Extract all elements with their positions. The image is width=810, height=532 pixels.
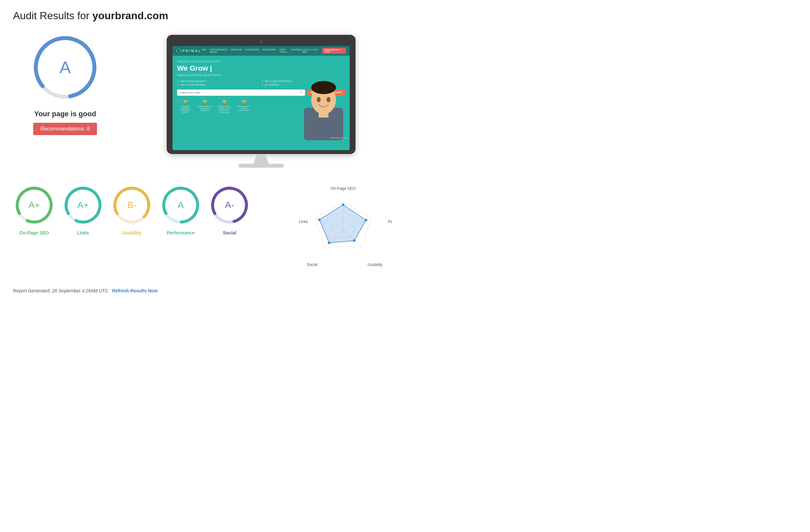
monitor-stand-base (238, 164, 284, 168)
feature-1: ✓150+ DIGITAL EXPERTS (177, 80, 261, 83)
recommendations-button[interactable]: Recommendations: 8 (33, 123, 97, 135)
feature-3: ✓300+ 5 STAR REVIEWS (177, 83, 261, 86)
person-svg (297, 69, 350, 140)
radar-point-performance (364, 219, 367, 221)
nav-link-creative: CREATIVE (230, 49, 242, 53)
grade-letter-social: A- (225, 200, 234, 210)
radar-label-social: Social (307, 262, 318, 267)
nav-link-seo: SEO (201, 49, 206, 53)
nav-link-industries: INDUSTRIES (262, 49, 276, 53)
radar-chart: On-Page SEO Performance Usability Social… (294, 184, 392, 275)
monitor-screen: PRIMAL SEO PERFORMANCE MEDIA CREATIVE SU… (173, 46, 350, 150)
grade-circle-performance: A (160, 184, 202, 226)
primal-person: Mark McDowell - CEO (297, 69, 350, 140)
award-1: 🏆 WINNER GROWING BUSINESSES ONLINE (177, 100, 193, 113)
category-links: A+ Links (62, 184, 104, 236)
categories-section: A+ On-Page SEO A+ Links B- (13, 184, 288, 236)
primal-call: Call Us: 02 030 8000 (302, 49, 320, 53)
primal-logo-text: PRIMAL (182, 49, 201, 53)
grade-letter-links: A+ (77, 200, 88, 210)
primal-hero: THAILAND'S #1 RATED DIGITAL AGENCY We Gr… (173, 56, 350, 140)
monitor-section: PRIMAL SEO PERFORMANCE MEDIA CREATIVE SU… (130, 32, 392, 168)
monitor-stand-neck (251, 154, 271, 164)
primal-cta[interactable]: FREE STRATEGY AUDIT (322, 48, 346, 54)
person-name: Mark McDowell - CEO (330, 137, 348, 139)
primal-nav: PRIMAL SEO PERFORMANCE MEDIA CREATIVE SU… (173, 46, 350, 56)
radar-data-polygon (319, 205, 366, 243)
grade-letter-on-page-seo: A+ (28, 200, 40, 210)
svg-point-7 (326, 97, 330, 102)
primal-logo-icon (176, 49, 181, 53)
radar-point-links (318, 219, 321, 221)
nav-link-tools: FREE TOOLS (279, 49, 288, 53)
primal-input[interactable]: I need more sales ▼ (177, 90, 305, 96)
nav-right: Call Us: 02 030 8000 FREE STRATEGY AUDIT (302, 48, 346, 54)
grade-circle-usability: B- (111, 184, 153, 226)
title-prefix: Audit Results for (13, 10, 93, 21)
primal-nav-links: SEO PERFORMANCE MEDIA CREATIVE SUCCESSES… (201, 49, 302, 53)
primal-input-text: I need more sales (180, 91, 200, 94)
svg-rect-5 (319, 111, 328, 117)
overall-grade-letter: A (60, 58, 71, 77)
nav-link-successes: SUCCESSES (245, 49, 259, 53)
grade-letter-usability: B- (127, 200, 136, 210)
radar-point-usability (353, 239, 356, 242)
grade-circle-links: A+ (62, 184, 104, 226)
svg-point-6 (317, 97, 321, 102)
svg-point-4 (311, 81, 336, 94)
monitor-outer: PRIMAL SEO PERFORMANCE MEDIA CREATIVE SU… (167, 35, 356, 154)
award-2: 🏆 WINNER BEST E-COMMERCE CAMPAIGN (197, 100, 213, 113)
report-generated-text: Report Generated: 28 September 4:26AM UT… (13, 288, 109, 293)
footer: Report Generated: 28 September 4:26AM UT… (13, 288, 392, 293)
category-social: A- Social (208, 184, 251, 236)
monitor-camera (260, 41, 262, 43)
monitor-wrapper: PRIMAL SEO PERFORMANCE MEDIA CREATIVE SU… (167, 35, 356, 168)
radar-label-usability: Usability (368, 262, 382, 267)
category-usability: B- Usability (111, 184, 153, 236)
grade-circle-social: A- (208, 184, 251, 226)
nav-link-company: COMPANY (291, 49, 302, 53)
award-4: 🏆 WINNER BEST DIGITAL MARKETING (236, 100, 252, 113)
grade-circle-on-page-seo: A+ (13, 184, 55, 226)
award-3: 🏆 WINNER BEST OVERALL SEO INITIATIVE ENT… (216, 100, 232, 113)
radar-label-seo: On-Page SEO (331, 186, 356, 191)
overall-grade-circle: A (29, 32, 101, 103)
radar-label-performance: Performance (388, 220, 392, 224)
primal-badge: THAILAND'S #1 RATED DIGITAL AGENCY (177, 60, 345, 63)
grade-letter-performance: A (178, 200, 184, 210)
refresh-link[interactable]: Refresh Results Now (112, 288, 158, 293)
title-domain: yourbrand.com (93, 10, 168, 21)
primal-logo: PRIMAL (176, 49, 201, 53)
radar-section: On-Page SEO Performance Usability Social… (294, 184, 392, 275)
radar-point-seo (342, 204, 344, 206)
radar-point-social (328, 242, 330, 244)
nav-link-perf: PERFORMANCE MEDIA (210, 49, 227, 53)
category-on-page-seo: A+ On-Page SEO (13, 184, 55, 236)
category-performance: A Performance (160, 184, 202, 236)
category-label-on-page-seo: On-Page SEO (19, 230, 49, 236)
radar-label-links: Links (299, 220, 308, 224)
overall-score-section: A Your page is good Recommendations: 8 (13, 32, 117, 135)
bottom-section: A+ On-Page SEO A+ Links B- (13, 184, 392, 275)
